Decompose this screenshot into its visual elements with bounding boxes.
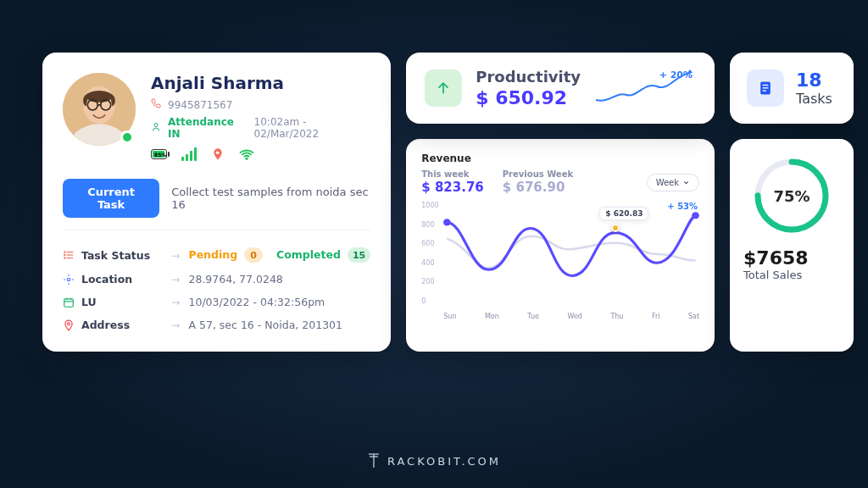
- current-task-button[interactable]: Current Task: [63, 179, 159, 218]
- arrow-icon: →: [171, 296, 180, 308]
- list-icon: [63, 249, 75, 261]
- period-dropdown[interactable]: Week: [647, 174, 699, 191]
- sales-value: $7658: [743, 247, 840, 269]
- divider: [63, 230, 370, 230]
- address-row: Address → A 57, sec 16 - Noida, 201301: [63, 313, 370, 336]
- lu-row: LU → 10/03/2022 - 04:32:56pm: [63, 291, 370, 313]
- chart-highlight-dot: [611, 224, 620, 232]
- svg-point-11: [64, 252, 65, 252]
- revenue-title: Revenue: [421, 152, 699, 164]
- this-week-label: This week: [421, 169, 484, 179]
- svg-rect-22: [763, 87, 769, 88]
- productivity-title: Productivity: [476, 68, 581, 86]
- pending-count: 0: [244, 247, 263, 263]
- revenue-card: Revenue This week $ 823.76 Previous Week…: [406, 139, 715, 352]
- svg-point-7: [246, 158, 248, 160]
- arrow-up-icon: [425, 69, 462, 107]
- avatar-wrap: [63, 73, 136, 146]
- x-axis-labels: SunMonTueWedThuFriSat: [443, 313, 699, 320]
- tasks-label: Tasks: [796, 91, 832, 107]
- y-axis-labels: 10008006004002000: [421, 202, 438, 305]
- svg-point-19: [68, 322, 70, 324]
- svg-point-6: [154, 123, 158, 126]
- arrow-icon: →: [171, 319, 180, 331]
- chart-tooltip: $ 620.83: [599, 207, 648, 220]
- lu-label: LU: [81, 296, 97, 308]
- revenue-chart: 10008006004002000 + 53% $ 620.83: [421, 202, 699, 320]
- brand-footer: RACKOBIT.COM: [367, 452, 501, 469]
- phone-icon: [151, 98, 161, 111]
- arrow-icon: →: [171, 273, 180, 286]
- profile-name: Anjali Sharma: [151, 73, 370, 93]
- location-value: 28.9764, 77.0248: [188, 273, 282, 286]
- attendance-label: Attendance IN: [168, 116, 248, 140]
- current-task-text: Collect test samples from noida sec 16: [171, 186, 370, 211]
- sales-percent: 75%: [752, 156, 832, 236]
- person-icon: [151, 122, 161, 135]
- completed-label: Completed: [276, 248, 341, 261]
- pending-label: Pending: [188, 248, 237, 261]
- svg-point-25: [692, 212, 699, 219]
- tasks-card: 18 Tasks: [730, 53, 854, 124]
- svg-rect-21: [763, 85, 769, 86]
- presence-dot: [120, 130, 134, 144]
- sales-gauge: 75%: [752, 156, 832, 236]
- address-value: A 57, sec 16 - Noida, 201301: [188, 319, 342, 331]
- lu-value: 10/03/2022 - 04:32:56pm: [188, 296, 325, 308]
- wifi-icon: [237, 145, 256, 164]
- address-pin-icon: [63, 319, 75, 331]
- arrow-icon: →: [171, 249, 180, 262]
- productivity-card: Productivity $ 650.92 + 20%: [406, 53, 715, 124]
- task-status-label: Task Status: [81, 249, 150, 262]
- svg-rect-15: [64, 298, 74, 306]
- prev-week-label: Previous Week: [503, 169, 573, 179]
- productivity-value: $ 650.92: [476, 87, 581, 108]
- task-status-row: Task Status → Pending 0 Completed 15: [63, 242, 370, 268]
- profile-card: Anjali Sharma 9945871567 Attendance IN 1…: [42, 53, 391, 352]
- address-label: Address: [81, 319, 130, 331]
- svg-point-13: [64, 258, 65, 258]
- sales-card: 75% $7658 Total Sales: [730, 139, 854, 352]
- svg-point-12: [64, 254, 65, 255]
- this-week-value: $ 823.76: [421, 180, 484, 195]
- brand-text: RACKOBIT.COM: [387, 455, 501, 468]
- target-icon: [63, 274, 75, 286]
- productivity-delta: + 20%: [659, 69, 693, 80]
- svg-point-14: [67, 278, 70, 281]
- prev-week-value: $ 676.90: [503, 180, 573, 195]
- svg-point-24: [443, 219, 451, 225]
- tasks-count: 18: [796, 69, 832, 91]
- location-label: Location: [81, 273, 132, 286]
- phone-value: 9945871567: [168, 99, 232, 111]
- attendance-row: Attendance IN 10:02am - 02/Mar/2022: [151, 116, 370, 140]
- location-row: Location → 28.9764, 77.0248: [63, 268, 370, 291]
- svg-rect-23: [763, 91, 766, 92]
- signal-icon: [180, 147, 198, 161]
- battery-icon: 85%: [151, 145, 170, 164]
- phone-row: 9945871567: [151, 98, 370, 111]
- sales-label: Total Sales: [743, 269, 840, 281]
- calendar-icon: [63, 297, 75, 308]
- document-icon: [747, 69, 784, 107]
- chart-plot: [443, 202, 699, 305]
- brand-logo-icon: [367, 452, 381, 469]
- completed-count: 15: [348, 247, 370, 263]
- location-pin-icon: [209, 145, 227, 164]
- attendance-value: 10:02am - 02/Mar/2022: [254, 116, 371, 140]
- chevron-down-icon: [682, 179, 690, 186]
